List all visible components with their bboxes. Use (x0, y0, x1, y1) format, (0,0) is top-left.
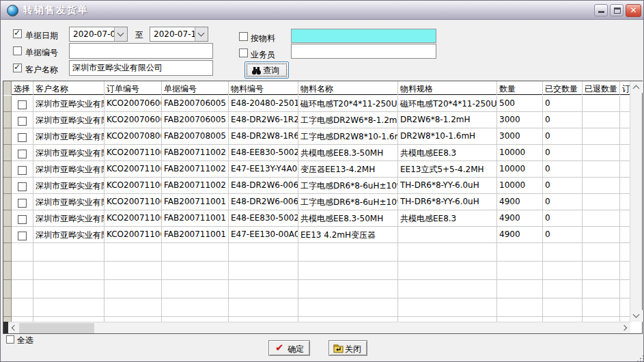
cell-material_name: 共模电感EE8.3-50MH (298, 145, 398, 161)
cell-material_no: E48-EE830-50020 (229, 145, 298, 161)
window-title: 转销售发货单 (23, 4, 89, 16)
ok-button[interactable]: ✔ 确定 (268, 340, 310, 356)
cell-material_name (298, 298, 398, 317)
cell-partial (620, 194, 630, 210)
cell-doc_no: FAB200711002 (162, 161, 229, 178)
salesman-filter-checkbox[interactable] (239, 48, 248, 57)
close-button[interactable]: ✕ (626, 4, 641, 17)
material-filter-checkbox[interactable] (239, 32, 248, 41)
cell-qty: 4900 (497, 227, 543, 243)
table-row: 深圳市亚晔实业有限公司KCO200711002FAB200711002E47-E… (3, 161, 630, 178)
cell-rowhdr (3, 194, 12, 210)
cell-material_spec (398, 298, 497, 317)
query-button[interactable]: 查询 (244, 61, 289, 79)
cell-material_name: 磁环电感T20*4*11-250UH±10% (298, 96, 398, 112)
cell-order_no (104, 243, 162, 262)
date-from-dropdown-button[interactable] (114, 27, 127, 41)
close-button-label: 关闭 (345, 344, 361, 355)
cell-partial (620, 317, 630, 322)
resize-grip-icon[interactable] (640, 358, 641, 359)
delivery-order-grid: 选择客户名称订单编号单据编号物料编号物料名称物料规格数量已交数量已退数量订 深圳… (3, 81, 643, 334)
row-select-checkbox[interactable] (18, 100, 27, 109)
customer-input[interactable]: 深圳市亚晔实业有限公司 (69, 60, 213, 76)
maximize-button[interactable] (610, 4, 624, 16)
cell-order_no: KCO200711002 (104, 145, 162, 161)
row-select-checkbox[interactable] (18, 199, 27, 208)
cell-select (12, 262, 33, 280)
salesman-input[interactable] (291, 44, 436, 59)
chevron-right-icon[interactable] (621, 325, 627, 331)
cell-returned (583, 194, 620, 210)
column-header-material_no: 物料编号 (229, 81, 298, 95)
close-dialog-button[interactable]: 关闭 (328, 340, 367, 356)
cell-order_no: KCO200711002 (104, 161, 162, 178)
cell-material_spec (398, 243, 497, 262)
horizontal-scrollbar[interactable] (8, 322, 630, 333)
row-select-checkbox[interactable] (18, 166, 27, 175)
cell-material_spec (398, 227, 497, 243)
exit-folder-icon (333, 344, 344, 353)
cell-delivered (543, 298, 583, 317)
row-select-checkbox[interactable] (18, 117, 27, 126)
minimize-button[interactable] (594, 4, 608, 16)
cell-order_no (104, 317, 162, 322)
cell-select (12, 145, 33, 161)
horizontal-scroll-thumb[interactable] (19, 323, 94, 333)
cell-order_no: KCO200711002 (104, 178, 162, 194)
cell-select (12, 194, 33, 210)
cell-customer: 深圳市亚晔实业有限公司 (33, 161, 104, 178)
cell-customer: 深圳市亚晔实业有限公司 (33, 145, 104, 161)
cell-qty: 4900 (497, 210, 543, 227)
window-icon (7, 5, 18, 16)
docno-filter-checkbox[interactable] (13, 46, 22, 55)
cell-qty (497, 317, 543, 322)
date-filter-checkbox[interactable]: ✓ (13, 29, 22, 38)
cell-material_name: EE13 4.2mH变压器 (298, 227, 398, 243)
scroll-up-button[interactable] (630, 81, 643, 93)
cell-material_spec: DR2W6*8-1.2mH (398, 112, 497, 128)
scroll-down-button[interactable] (630, 310, 643, 322)
vertical-scrollbar[interactable] (630, 81, 642, 322)
chevron-down-icon (117, 30, 124, 37)
column-header-order_no: 订单编号 (104, 81, 162, 95)
row-select-checkbox[interactable] (18, 232, 27, 240)
row-select-checkbox[interactable] (18, 182, 27, 191)
cell-delivered (543, 262, 583, 280)
docno-input[interactable] (69, 43, 213, 59)
cell-partial (620, 280, 630, 298)
row-select-checkbox[interactable] (18, 133, 27, 142)
cell-delivered: 0 (543, 194, 583, 210)
date-to-dropdown-button[interactable] (195, 27, 208, 41)
cell-customer (33, 298, 104, 317)
cell-select (12, 96, 33, 112)
grid-header: 选择客户名称订单编号单据编号物料编号物料名称物料规格数量已交数量已退数量订 (3, 81, 630, 95)
cell-material_spec (398, 262, 497, 280)
check-icon: ✓ (14, 28, 20, 38)
cell-qty (497, 262, 543, 280)
material-input[interactable] (291, 29, 436, 43)
binoculars-icon (251, 66, 262, 75)
cell-delivered: 0 (543, 210, 583, 227)
cell-returned (583, 145, 620, 161)
cell-material_name: 共模电感EE8.3-50MH (298, 210, 398, 227)
cell-material_spec: DR2W8*10-1.6mH (398, 128, 497, 145)
row-select-checkbox[interactable] (18, 150, 27, 158)
customer-filter-checkbox[interactable]: ✓ (13, 64, 22, 72)
cell-order_no: KCO200706005 (104, 112, 162, 128)
chevron-left-icon[interactable] (12, 325, 17, 331)
cell-material_no: E48-DR2W6-1R2-1 (229, 112, 298, 128)
date-to-combo[interactable]: 2020-07-13 (150, 27, 208, 42)
cell-select (12, 227, 33, 243)
cell-material_no (229, 262, 298, 280)
cell-material_spec: EE13立式5+5-4.2MH (398, 161, 497, 178)
select-all-checkbox[interactable] (6, 335, 14, 344)
date-from-combo[interactable]: 2020-07-01 (69, 27, 128, 42)
cell-customer (33, 243, 104, 262)
cell-doc_no: FAB200706005 (162, 112, 229, 128)
cell-order_no: KCO200711001 (104, 194, 162, 210)
titlebar[interactable]: 转销售发货单 ✕ (1, 1, 643, 20)
cell-doc_no: FAB200711001 (162, 210, 229, 227)
cell-qty: 500 (497, 96, 543, 112)
table-row: 深圳市亚晔实业有限公司KCO200711001FAB200711001E47-E… (3, 227, 630, 243)
row-select-checkbox[interactable] (18, 215, 27, 224)
